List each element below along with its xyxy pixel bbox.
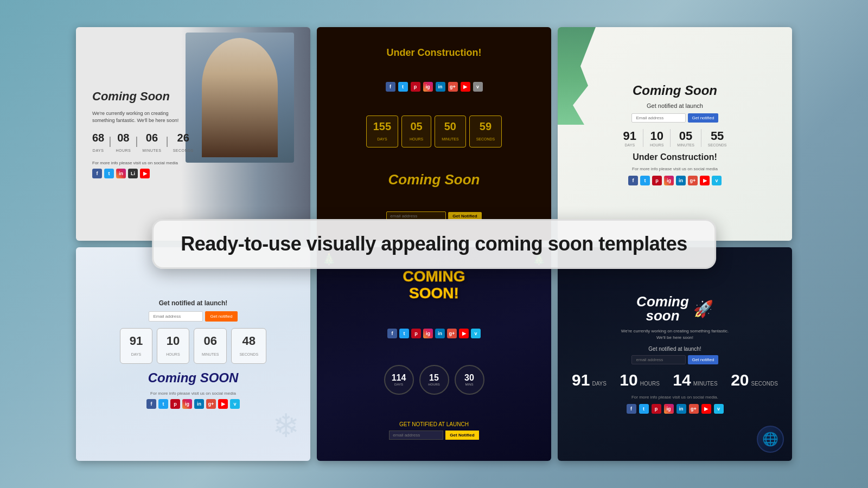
hours-num-2: 05 [409, 120, 424, 133]
social-row-6: f t p ig in g+ ▶ v [627, 404, 724, 414]
pi-3[interactable]: p [652, 176, 662, 185]
email-row-5: Get Notified [389, 431, 478, 440]
vm-3[interactable]: v [712, 176, 722, 185]
pi-6[interactable]: p [652, 404, 661, 414]
minutes-label-1: MINUTES [142, 149, 161, 152]
seconds-3: 55 SECONDS [701, 129, 733, 147]
minutes-num-3: 05 [677, 129, 694, 143]
hours-label-6: HOURS [640, 381, 660, 387]
li-icon-2[interactable]: in [436, 82, 445, 92]
yt-3[interactable]: ▶ [700, 176, 710, 185]
notified-section-5: GET NOTIFIED AT LAUNCH Get Notified [389, 421, 478, 440]
seconds-label-6: SECONDS [751, 381, 778, 387]
fb-3[interactable]: f [628, 176, 638, 185]
vm-4[interactable]: v [230, 399, 240, 409]
facebook-icon-1[interactable]: f [92, 169, 102, 178]
li-5[interactable]: in [435, 329, 445, 338]
in-6[interactable]: ig [664, 404, 674, 414]
seconds-box-2: 59 SECONDS [469, 115, 502, 147]
vm-6[interactable]: v [714, 404, 724, 414]
days-label-4: DAYS [131, 352, 142, 356]
hours-label-1: HOURS [116, 149, 131, 152]
snowflake-decoration: ❄ [272, 407, 299, 445]
pi-4[interactable]: p [170, 399, 180, 409]
social-row-1: f t in Li ▶ [92, 169, 150, 178]
email-input-4[interactable] [149, 311, 203, 322]
pi-icon-2[interactable]: p [411, 82, 420, 92]
tw-icon-2[interactable]: t [398, 82, 408, 92]
days-3: 91 DAYS [617, 129, 643, 147]
fb-5[interactable]: f [387, 329, 397, 338]
email-input-3[interactable] [631, 113, 686, 123]
yt-6[interactable]: ▶ [701, 404, 711, 414]
days-num-1: 68 [92, 132, 104, 144]
coming-soon-title-5: COMING SOON! [403, 268, 465, 302]
in-4[interactable]: ig [182, 399, 192, 409]
pi-5[interactable]: p [411, 329, 421, 338]
days-num-6: 91 [572, 371, 590, 389]
li-6[interactable]: in [676, 404, 686, 414]
li-3[interactable]: in [676, 176, 686, 185]
notify-button-5[interactable]: Get Notified [445, 431, 478, 440]
seconds-item-1: 26 SECONDS [173, 132, 194, 154]
hours-label-4: HouRs [166, 352, 180, 356]
sep-6a [612, 378, 614, 388]
linkedin-icon-1[interactable]: Li [128, 169, 138, 178]
seconds-num-1: 26 [173, 132, 194, 144]
tw-5[interactable]: t [399, 329, 409, 338]
email-input-6[interactable] [631, 355, 686, 364]
circle-timer-row-5: 114 DAYS 15 HOURS 30 MINS [384, 365, 484, 395]
fb-4[interactable]: f [146, 399, 156, 409]
minutes-3: 05 MINUTES [671, 129, 701, 147]
fb-icon-2[interactable]: f [386, 82, 395, 92]
days-box-2: 155 DAYS [366, 115, 398, 147]
minutes-item-1: 06 MINUTES [142, 132, 161, 154]
social-info-1: For more info please visit us on social … [92, 160, 178, 165]
coming-soon-text-2: Coming Soon [388, 171, 480, 188]
sep-1a: | [108, 135, 111, 147]
gp-3[interactable]: g+ [688, 176, 698, 185]
li-4[interactable]: in [194, 399, 204, 409]
in-5[interactable]: ig [423, 329, 433, 338]
tw-4[interactable]: t [158, 399, 168, 409]
hours-label-2: HOURS [410, 137, 423, 141]
gp-icon-2[interactable]: g+ [448, 82, 458, 92]
vm-icon-2[interactable]: v [473, 82, 483, 92]
vm-5[interactable]: v [471, 329, 481, 338]
tw-6[interactable]: t [639, 404, 649, 414]
main-container: Coming Soon We're currently working on c… [76, 27, 792, 461]
twitter-icon-1[interactable]: t [104, 169, 114, 178]
yt-4[interactable]: ▶ [218, 399, 228, 409]
under-construction-title-2: Under Construction! [387, 47, 482, 59]
tw-3[interactable]: t [640, 176, 650, 185]
coming-line1-5: COMING [403, 268, 465, 285]
minutes-label-5: MINS [465, 383, 474, 386]
yt-5[interactable]: ▶ [459, 329, 469, 338]
minutes-label-6: MINUTES [693, 381, 718, 387]
globe-icon: 🌐 [757, 426, 784, 453]
yt-icon-2[interactable]: ▶ [461, 82, 470, 92]
days-num-2: 155 [373, 120, 391, 133]
email-row-6: Get notified [631, 355, 719, 364]
man-silhouette [202, 38, 278, 157]
notify-button-4[interactable]: Get notified [205, 311, 238, 322]
youtube-icon-1[interactable]: ▶ [140, 169, 150, 178]
email-input-5[interactable] [389, 431, 443, 440]
in-icon-2[interactable]: ig [423, 82, 433, 92]
gp-5[interactable]: g+ [447, 329, 457, 338]
social-row-4: f t p ig in g+ ▶ v [146, 399, 240, 409]
notify-button-3[interactable]: Get notified [688, 113, 719, 123]
notify-button-6[interactable]: Get notified [688, 355, 719, 364]
email-row-3: Get notified [631, 113, 719, 123]
fb-6[interactable]: f [627, 404, 636, 414]
gp-4[interactable]: g+ [206, 399, 216, 409]
instagram-icon-1[interactable]: in [116, 169, 126, 178]
social-row-2: f t p ig in g+ ▶ v [386, 82, 483, 92]
social-row-5: f t p ig in g+ ▶ v [387, 329, 481, 338]
timer-row-6: 91DAYS 10HOURS 14MINUTES 20SECONDS [572, 371, 778, 389]
in-3[interactable]: ig [664, 176, 674, 185]
seconds-label-3: SECONDS [708, 143, 727, 147]
gp-6[interactable]: g+ [689, 404, 699, 414]
minutes-label-2: MINUTES [442, 137, 459, 141]
minutes-box-4: 06 MINUTES [194, 328, 227, 364]
